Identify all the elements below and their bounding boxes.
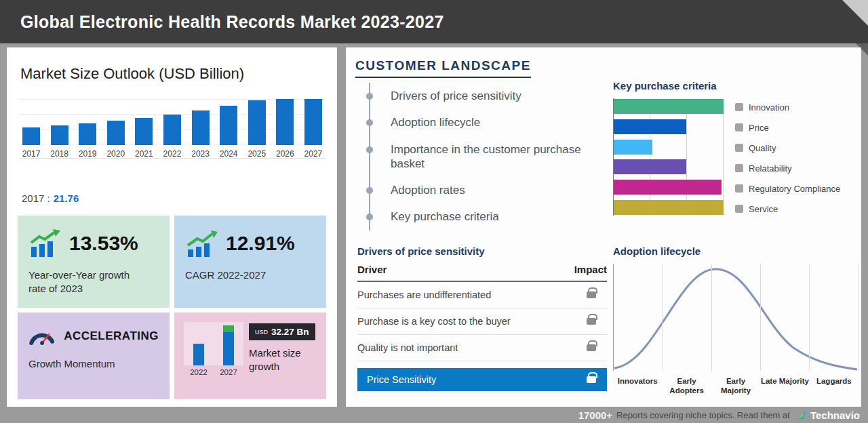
lifecycle-labels: InnovatorsEarly AdoptersEarly MajorityLa… — [613, 371, 859, 396]
bar-group: 2025 — [245, 99, 269, 159]
legend-item: Quality — [735, 140, 840, 155]
market-size-bar — [304, 99, 322, 145]
driver-row: Purchases are undifferentiated — [357, 282, 607, 308]
lifecycle-curve — [614, 269, 857, 369]
legend-item: Price — [735, 120, 840, 135]
technavio-logo-icon — [797, 409, 808, 420]
legend-item: Relatability — [735, 161, 840, 176]
x-axis-label: 2022 — [184, 368, 214, 376]
lock-icon — [587, 318, 596, 325]
drivers-table-header: Driver Impact — [357, 264, 607, 282]
bar-group: 2026 — [273, 99, 297, 159]
impact-column-header: Impact — [574, 264, 607, 275]
lifecycle-curve-svg — [613, 264, 859, 371]
x-axis-label: 2027 — [304, 149, 323, 159]
market-size-bar — [135, 118, 153, 145]
criteria-bar — [614, 99, 724, 114]
adoption-lifecycle-section: Adoption lifecycle InnovatorsEarly Adopt… — [613, 245, 860, 396]
criteria-bar — [614, 140, 652, 155]
bar-growth-icon — [28, 229, 61, 258]
lifecycle-stage-label: Early Adopters — [662, 371, 711, 396]
technavio-wordmark: Technavio — [810, 409, 860, 421]
gridline — [711, 264, 712, 371]
legend-label: Service — [749, 204, 778, 214]
criteria-bar — [614, 180, 722, 195]
price-sensitivity-label: Price Sensitivity — [367, 374, 436, 385]
drivers-title: Drivers of price sensitivity — [357, 245, 607, 257]
legend-swatch-icon — [735, 164, 743, 172]
bar-group: 2018 — [47, 99, 72, 159]
momentum-value: ACCELERATING — [64, 329, 159, 343]
mini-growth-bar — [193, 344, 204, 365]
base-year-label: 2017 : — [22, 193, 50, 204]
kpc-chart — [613, 98, 724, 216]
market-size-bar — [51, 125, 68, 145]
market-size-bar — [248, 100, 266, 145]
bar-group: 2021 — [132, 99, 156, 159]
x-axis-label: 2023 — [191, 149, 210, 159]
x-axis-label: 2027 — [214, 368, 243, 376]
x-axis-label: 2017 — [22, 149, 41, 159]
header-bar: Global Electronic Health Records Market … — [0, 0, 868, 43]
yoy-growth-card: 13.53% Year-over-Year growth rate of 202… — [18, 216, 170, 308]
momentum-card: ACCELERATING Growth Momentum — [18, 313, 170, 399]
driver-column-header: Driver — [357, 264, 387, 275]
bar-group: 2022 — [160, 99, 184, 159]
yoy-value: 13.53% — [69, 232, 138, 255]
lock-icon — [587, 344, 596, 351]
legend-swatch-icon — [735, 144, 743, 152]
cagr-growth-icon — [185, 229, 218, 258]
landscape-item: Key purchase criteria — [370, 203, 586, 230]
base-year-value: 21.76 — [54, 193, 79, 204]
growth-value: 32.27 Bn — [271, 327, 309, 337]
cagr-desc: CAGR 2022-2027 — [185, 268, 304, 282]
x-axis-label: 2025 — [248, 149, 266, 159]
legend-swatch-icon — [735, 103, 743, 111]
x-axis-label: 2018 — [50, 149, 68, 159]
stat-cards: 13.53% Year-over-Year growth rate of 202… — [18, 216, 326, 399]
gridline — [858, 264, 859, 371]
kpc-bars — [614, 98, 724, 216]
criteria-bar — [614, 119, 686, 134]
criteria-bar — [614, 200, 724, 215]
market-size-bar — [107, 121, 125, 145]
bar-group: 2024 — [216, 99, 241, 159]
bar-group: 2017 — [19, 99, 43, 159]
yoy-desc: Year-over-Year growth rate of 2023 — [28, 268, 147, 296]
landscape-item: Adoption rates — [370, 177, 586, 203]
driver-row: Quality is not important — [357, 335, 607, 361]
momentum-desc: Growth Momentum — [28, 357, 147, 371]
legend-label: Quality — [749, 143, 776, 153]
legend-swatch-icon — [735, 123, 743, 132]
speedometer-icon — [28, 326, 56, 346]
kpc-title: Key purchase criteria — [613, 80, 840, 92]
mini-growth-bars — [184, 322, 243, 365]
drivers-section: Drivers of price sensitivity Driver Impa… — [357, 245, 607, 391]
market-size-title: Market Size Outlook (USD Billion) — [20, 65, 244, 83]
cagr-value: 12.91% — [226, 232, 295, 255]
landscape-item: Drivers of price sensitivity — [370, 83, 586, 109]
legend-label: Regulatory Compliance — [749, 184, 840, 194]
market-size-bar — [22, 127, 40, 145]
legend-item: Innovation — [735, 100, 840, 115]
lifecycle-stage-label: Innovators — [613, 371, 662, 396]
axis-line — [613, 264, 614, 371]
criteria-bar — [614, 159, 686, 174]
kpc-legend: InnovationPriceQualityRelatabilityRegula… — [735, 98, 840, 222]
drivers-table-body: Purchases are undifferentiatedPurchase i… — [357, 282, 607, 361]
lock-icon — [587, 376, 596, 383]
driver-row: Purchase is a key cost to the buyer — [357, 308, 607, 335]
legend-label: Price — [749, 123, 769, 133]
x-axis-label: 2020 — [106, 149, 125, 159]
lifecycle-stage-label: Early Majority — [711, 371, 760, 396]
market-size-bar — [163, 115, 181, 145]
driver-label: Quality is not important — [357, 342, 458, 353]
legend-swatch-icon — [735, 205, 743, 213]
adoption-lifecycle-title: Adoption lifecycle — [613, 245, 860, 257]
mini-growth-chart: 20222027 — [184, 322, 243, 376]
legend-item: Service — [735, 201, 840, 216]
bar-group: 2027 — [301, 99, 326, 159]
lifecycle-stage-label: Late Majority — [760, 371, 809, 396]
mini-growth-bar — [223, 325, 234, 365]
market-size-bar — [276, 99, 294, 145]
